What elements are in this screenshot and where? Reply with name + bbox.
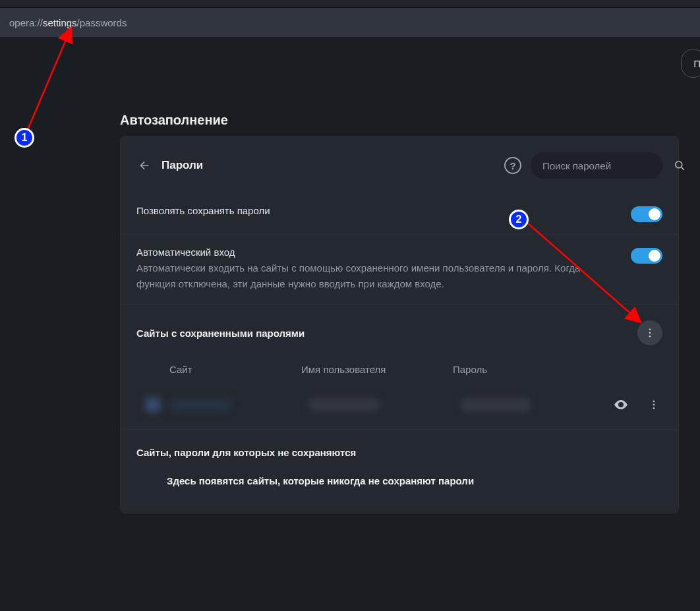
address-url: opera://settings/passwords (9, 17, 127, 28)
row-auto-signin: Автоматический вход Автоматически входит… (121, 234, 678, 304)
never-saved-title: Сайты, пароли для которых не сохраняются (136, 447, 662, 475)
row-description: Автоматически входить на сайты с помощью… (136, 260, 618, 292)
toggle-knob (649, 208, 660, 220)
svg-point-7 (653, 404, 655, 406)
settings-content: П Автозаполнение Пароли ? По (0, 37, 700, 53)
top-right-button[interactable]: П (681, 49, 700, 78)
username-redacted (308, 397, 380, 412)
row-title: Автоматический вход (136, 247, 618, 258)
help-button[interactable]: ? (504, 157, 521, 174)
card-title: Пароли (161, 159, 203, 172)
passwords-card: Пароли ? Позволять сохранять пароли А (120, 136, 679, 513)
saved-passwords-table-header: Сайт Имя пользователя Пароль (136, 364, 662, 388)
saved-passwords-title: Сайты с сохраненными паролями (136, 328, 637, 339)
svg-point-8 (653, 407, 655, 409)
search-icon (673, 159, 686, 172)
search-passwords-field[interactable] (531, 152, 662, 179)
help-icon: ? (510, 160, 515, 171)
toggle-offer-save-passwords[interactable] (631, 206, 662, 222)
saved-passwords-section: Сайты с сохраненными паролями Сайт Имя п… (121, 304, 678, 429)
column-username: Имя пользователя (301, 364, 453, 375)
saved-passwords-menu-button[interactable] (637, 320, 662, 345)
back-button[interactable] (136, 158, 152, 173)
eye-icon (613, 397, 629, 413)
column-site: Сайт (169, 364, 301, 375)
password-redacted (459, 397, 532, 412)
svg-point-0 (676, 161, 682, 168)
window-top-strip (0, 0, 700, 8)
svg-point-3 (649, 332, 651, 334)
svg-point-6 (653, 400, 655, 402)
svg-point-5 (620, 403, 622, 406)
kebab-icon (648, 399, 660, 411)
card-header: Пароли ? (121, 136, 678, 201)
url-highlight: settings (43, 17, 77, 28)
toggle-knob (649, 250, 660, 262)
site-name-redacted (169, 397, 232, 412)
svg-line-1 (682, 167, 684, 170)
svg-point-2 (649, 328, 651, 330)
search-input[interactable] (542, 160, 668, 171)
section-title: Автозаполнение (120, 113, 228, 128)
svg-point-4 (649, 335, 651, 337)
never-saved-section: Сайты, пароли для которых не сохраняются… (121, 429, 678, 486)
column-password: Пароль (453, 364, 604, 375)
annotation-badge-2: 2 (509, 210, 529, 229)
row-title: Позволять сохранять пароли (136, 205, 618, 216)
kebab-icon (644, 327, 656, 339)
url-suffix: /passwords (77, 17, 127, 28)
toggle-auto-signin[interactable] (631, 248, 662, 264)
url-prefix: opera:// (9, 17, 43, 28)
top-right-button-label: П (693, 58, 700, 69)
show-password-button[interactable] (613, 397, 629, 413)
address-bar[interactable]: opera://settings/passwords (0, 8, 700, 37)
table-row[interactable] (136, 388, 662, 429)
annotation-badge-1: 1 (15, 128, 34, 148)
row-offer-save-passwords: Позволять сохранять пароли (121, 201, 678, 234)
row-menu-button[interactable] (646, 397, 662, 413)
arrow-left-icon (138, 159, 151, 172)
site-favicon (143, 395, 163, 415)
never-saved-empty-text: Здесь появятся сайты, которые никогда не… (136, 475, 662, 486)
